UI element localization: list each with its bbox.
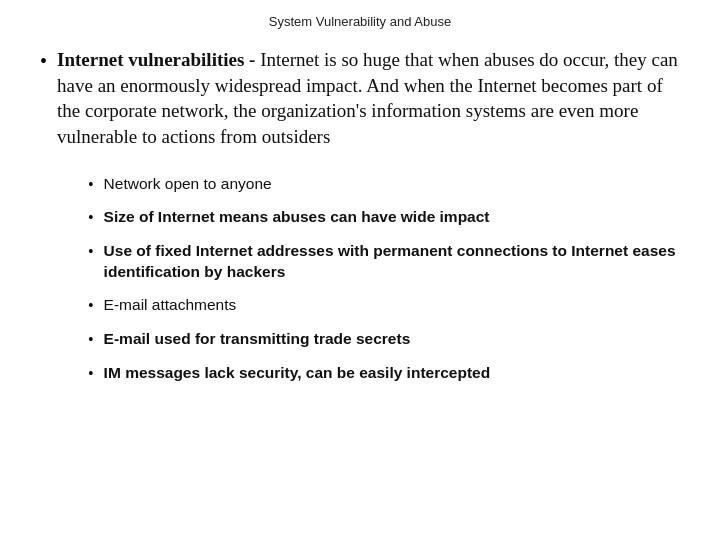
sub-bullet-dot-5: •	[88, 330, 94, 351]
sub-bullet-text-6: IM messages lack security, can be easily…	[104, 363, 491, 384]
sub-bullet-item-3: • Use of fixed Internet addresses with p…	[88, 235, 680, 289]
sub-bullet-item-1: • Network open to anyone	[88, 168, 680, 202]
sub-bullet-dot-3: •	[88, 242, 94, 263]
sub-bullet-dot-6: •	[88, 364, 94, 385]
sub-bullet-item-6: • IM messages lack security, can be easi…	[88, 357, 680, 391]
sub-bullet-text-2: Size of Internet means abuses can have w…	[104, 207, 490, 228]
sub-bullet-item-4: • E-mail attachments	[88, 289, 680, 323]
sub-bullet-item-2: • Size of Internet means abuses can have…	[88, 201, 680, 235]
sub-bullet-dot-4: •	[88, 296, 94, 317]
sub-bullet-text-5: E-mail used for transmitting trade secre…	[104, 329, 411, 350]
main-bullet-bold: Internet vulnerabilities -	[57, 49, 255, 70]
sub-bullet-item-5: • E-mail used for transmitting trade sec…	[88, 323, 680, 357]
content-area: • Internet vulnerabilities - Internet is…	[40, 47, 680, 520]
sub-bullets-list: • Network open to anyone • Size of Inter…	[88, 168, 680, 391]
sub-bullet-text-1: Network open to anyone	[104, 174, 272, 195]
page-container: System Vulnerability and Abuse • Interne…	[0, 0, 720, 540]
sub-bullet-dot-2: •	[88, 208, 94, 229]
sub-bullet-dot-1: •	[88, 175, 94, 196]
main-bullet-text: Internet vulnerabilities - Internet is s…	[57, 47, 680, 150]
sub-bullet-text-3: Use of fixed Internet addresses with per…	[104, 241, 680, 283]
page-title: System Vulnerability and Abuse	[40, 0, 680, 47]
main-bullet-dot: •	[40, 49, 47, 73]
sub-bullet-text-4: E-mail attachments	[104, 295, 237, 316]
main-bullet-item: • Internet vulnerabilities - Internet is…	[40, 47, 680, 150]
